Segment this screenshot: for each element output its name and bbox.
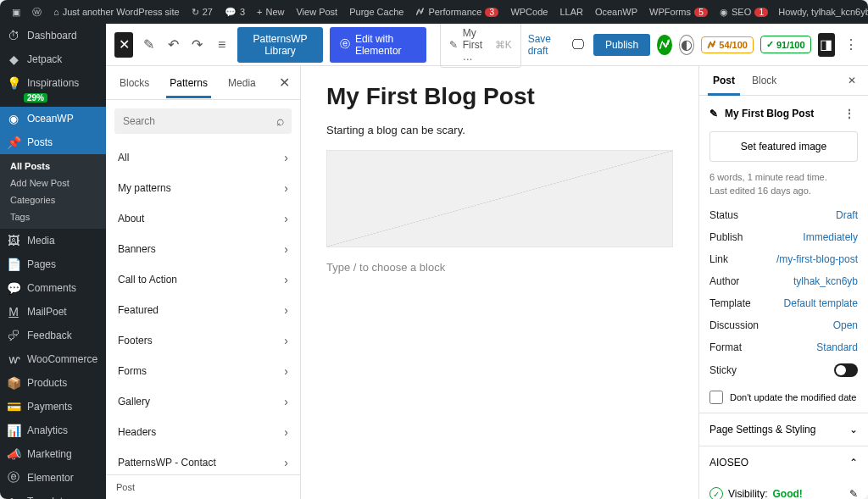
pattern-cat-forms[interactable]: Forms› (106, 356, 300, 386)
tools-button[interactable]: ✎ (140, 33, 158, 57)
settings-sidebar: Post Block ✕ ✎ My First Blog Post ⋮ Set … (698, 66, 868, 499)
menu-marketing[interactable]: 📣Marketing (0, 442, 106, 466)
document-title-button[interactable]: ✎ My First … ⌘K (440, 24, 521, 68)
performance-item[interactable]: 🗲 Performance 3 (410, 0, 504, 24)
publish-button[interactable]: Publish (593, 34, 650, 56)
image-placeholder-block[interactable] (326, 150, 673, 247)
patternswp-button[interactable]: PatternsWP Library (237, 27, 323, 63)
menu-products[interactable]: 📦Products (0, 371, 106, 395)
tab-block[interactable]: Block (743, 66, 785, 95)
redo-button[interactable]: ↷ (189, 33, 207, 57)
tab-blocks[interactable]: Blocks (109, 69, 159, 97)
pattern-cat-cta[interactable]: Call to Action› (106, 264, 300, 295)
tab-media[interactable]: Media (218, 69, 266, 97)
status-row[interactable]: StatusDraft (699, 204, 868, 226)
wp-logo-icon[interactable]: ⓦ (27, 0, 47, 24)
settings-toggle-button[interactable]: ◨ (818, 33, 836, 57)
aioseo-score-icon[interactable]: ◐ (679, 35, 694, 55)
tab-patterns[interactable]: Patterns (159, 69, 218, 97)
pattern-cat-gallery[interactable]: Gallery› (106, 386, 300, 417)
wp-admin-bar: ▣ ⓦ ⌂ Just another WordPress site ↻ 27 💬… (0, 0, 868, 24)
new-item[interactable]: + New (252, 0, 289, 24)
menu-label: Inspirations (27, 77, 79, 89)
submenu-all-posts[interactable]: All Posts (0, 158, 106, 175)
aioseo-panel[interactable]: AIOSEO ⌃ (699, 446, 868, 479)
elementor-icon: ⓔ (340, 37, 350, 52)
search-input[interactable] (114, 108, 292, 134)
default-block-appender[interactable]: Type / to choose a block (326, 261, 673, 274)
document-overview-button[interactable]: ≡ (213, 33, 231, 57)
post-title[interactable]: My First Blog Post (326, 83, 673, 110)
cat-label: Featured (118, 304, 159, 316)
page-settings-panel[interactable]: Page Settings & Styling ⌄ (699, 413, 868, 446)
submenu-categories[interactable]: Categories (0, 191, 106, 208)
menu-analytics[interactable]: 📊Analytics (0, 419, 106, 442)
pattern-cat-footers[interactable]: Footers› (106, 325, 300, 356)
menu-woocommerce[interactable]: ⱳWooCommerce (0, 347, 106, 371)
edit-elementor-button[interactable]: ⓔEdit with Elementor (330, 27, 426, 63)
pattern-cat-pwp-contact[interactable]: PatternsWP - Contact› (106, 447, 300, 474)
pattern-cat-banners[interactable]: Banners› (106, 234, 300, 264)
close-inserter-button[interactable]: ✕ (114, 32, 133, 58)
pattern-cat-about[interactable]: About› (106, 203, 300, 234)
menu-dashboard[interactable]: ⏱Dashboard (0, 24, 106, 47)
submenu-tags[interactable]: Tags (0, 208, 106, 225)
editor-canvas[interactable]: My First Blog Post Starting a blog can b… (301, 66, 698, 499)
inserter-close-button[interactable]: ✕ (272, 68, 297, 97)
menu-feedback[interactable]: 🗪Feedback (0, 324, 106, 347)
settings-close-button[interactable]: ✕ (841, 68, 863, 93)
template-row[interactable]: TemplateDefault template (699, 292, 868, 314)
site-name[interactable]: ⌂ Just another WordPress site (48, 0, 185, 24)
tab-post[interactable]: Post (704, 66, 743, 95)
menu-oceanwp[interactable]: ◉OceanWP (0, 107, 106, 130)
wpforms-item[interactable]: WPForms 5 (644, 0, 713, 24)
submenu-add-new[interactable]: Add New Post (0, 175, 106, 191)
menu-media[interactable]: 🖼Media (0, 229, 106, 252)
save-draft-button[interactable]: Save draft (528, 33, 562, 57)
inserter-search: ⌕ (114, 108, 292, 134)
edit-icon[interactable]: ✎ (849, 488, 858, 499)
options-button[interactable]: ⋮ (842, 33, 860, 57)
howdy-item[interactable]: Howdy, tylhak_kcn6yb ▢ (773, 0, 868, 24)
menu-templates[interactable]: 🗂Templates (0, 490, 106, 499)
oceanwp-item[interactable]: OceanWP (590, 0, 643, 24)
post-actions-button[interactable]: ⋮ (841, 104, 858, 123)
menu-elementor[interactable]: ⓔElementor (0, 466, 106, 490)
menu-pages[interactable]: 📄Pages (0, 252, 106, 276)
seo-item[interactable]: ◉ SEO 1 (715, 0, 773, 24)
chevron-down-icon: ⌄ (849, 424, 858, 435)
comments-item[interactable]: 💬 3 (220, 0, 250, 24)
pattern-cat-all[interactable]: All› (106, 142, 300, 173)
undo-button[interactable]: ↶ (164, 33, 182, 57)
jetpack-button[interactable]: 🗲 (657, 35, 672, 55)
inserter-hint: Post (106, 474, 300, 499)
updates-item[interactable]: ↻ 27 (186, 0, 218, 24)
pattern-cat-headers[interactable]: Headers› (106, 417, 300, 447)
preview-button[interactable]: 🖵 (569, 33, 587, 57)
paragraph-block[interactable]: Starting a blog can be scary. (326, 124, 673, 136)
menu-jetpack[interactable]: ◆Jetpack (0, 47, 106, 71)
llar-item[interactable]: LLAR (554, 0, 588, 24)
seo-score-1[interactable]: 🗲 54/100 (701, 36, 754, 53)
menu-mailpoet[interactable]: MMailPoet (0, 300, 106, 324)
dont-update-checkbox[interactable] (709, 391, 723, 404)
menu-posts[interactable]: 📌Posts (0, 130, 106, 154)
view-post-item[interactable]: View Post (291, 0, 342, 24)
format-row[interactable]: FormatStandard (699, 336, 868, 358)
bold-logo-icon[interactable]: ▣ (7, 0, 25, 24)
menu-comments[interactable]: 💬Comments (0, 276, 106, 300)
pattern-cat-my-patterns[interactable]: My patterns› (106, 173, 300, 203)
wpcode-item[interactable]: WPCode (505, 0, 553, 24)
purge-cache-item[interactable]: Purge Cache (344, 0, 409, 24)
pattern-cat-featured[interactable]: Featured› (106, 295, 300, 325)
author-row[interactable]: Authortylhak_kcn6yb (699, 270, 868, 292)
discussion-row[interactable]: DiscussionOpen (699, 314, 868, 336)
menu-inspirations[interactable]: 💡Inspirations (0, 71, 106, 95)
menu-payments[interactable]: 💳Payments (0, 395, 106, 419)
link-row[interactable]: Link/my-first-blog-post (699, 248, 868, 270)
set-featured-image-button[interactable]: Set featured image (709, 131, 858, 162)
menu-label: Analytics (27, 424, 68, 436)
publish-row[interactable]: PublishImmediately (699, 226, 868, 248)
sticky-toggle[interactable] (834, 363, 858, 377)
seo-score-2[interactable]: ✓ 91/100 (760, 36, 811, 53)
